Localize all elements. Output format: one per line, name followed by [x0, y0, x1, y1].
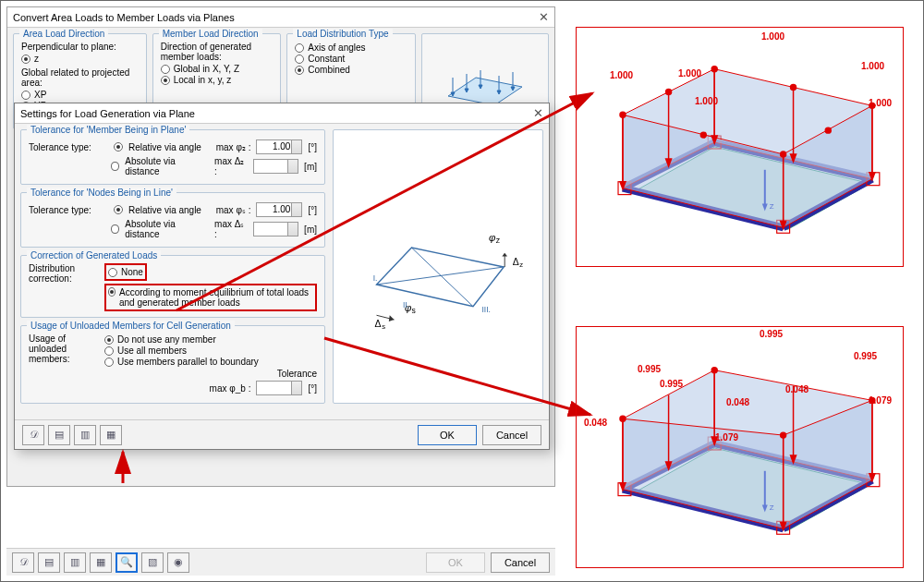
ok-button-parent[interactable]: OK [426, 552, 485, 573]
convert-footer: 𝒟 ▤ ▥ ▦ 🔍 ▧ ◉ OK Cancel [6, 548, 555, 576]
phi-b-spinner[interactable] [256, 381, 302, 395]
dist-type-title: Load Distribution Type [293, 29, 392, 39]
tool-s4[interactable]: ▦ [100, 425, 122, 445]
plane-diagram-icon: φz Δz φs Δs I. II. III. [350, 179, 526, 355]
svg-marker-0 [448, 78, 522, 105]
radio-rel-1[interactable] [114, 142, 123, 152]
radio-xp[interactable] [21, 91, 30, 100]
max-dz-label: max Δ₂ : [214, 156, 248, 176]
val-b6: 0.048 [726, 397, 749, 407]
svg-text:z: z [519, 261, 523, 269]
usage-group: Usage of Unloaded Members for Cell Gener… [20, 325, 325, 404]
radio-const[interactable] [295, 55, 304, 64]
tool-settings[interactable]: 🔍 [116, 552, 138, 573]
svg-text:II.: II. [403, 299, 409, 309]
tol-member-group: Tolerance for 'Member Being in Plane' To… [20, 129, 325, 185]
svg-point-47 [825, 127, 831, 133]
cancel-button-parent[interactable]: Cancel [491, 552, 550, 573]
tol-nodes-title: Tolerance for 'Nodes Being in Line' [27, 188, 176, 198]
settings-titlebar: Settings for Load Generation via Plane ✕ [15, 103, 549, 124]
val-b4: 0.995 [660, 379, 683, 389]
svg-text:Δ: Δ [375, 318, 382, 328]
ok-button[interactable]: OK [418, 425, 477, 445]
val-b8: 1.079 [869, 395, 892, 406]
svg-text:Δ: Δ [513, 257, 519, 267]
radio-z[interactable] [21, 55, 30, 64]
val-t3: 1.000 [610, 70, 633, 80]
tool-4[interactable]: ▦ [90, 552, 112, 573]
tool-6[interactable]: ▧ [141, 552, 164, 573]
convert-titlebar: Convert Area Loads to Member Loads via P… [7, 7, 554, 28]
tool-7[interactable]: ◉ [167, 552, 189, 573]
member-hint: Direction of generated member loads: [161, 42, 274, 62]
area-load-title: Area Load Direction [19, 29, 108, 39]
val-t6: 1.000 [678, 68, 701, 79]
dist-corr-label: Distribution correction: [29, 263, 97, 311]
val-b1: 0.995 [760, 329, 783, 339]
svg-text:s: s [412, 306, 416, 315]
result-diagram-equilibrium: z 0.995 0.995 0.995 0.995 0.048 0.048 0.… [576, 326, 904, 568]
radio-u2[interactable] [104, 346, 114, 356]
tool-1[interactable]: 𝒟 [12, 552, 34, 573]
val-b5: 0.048 [785, 384, 808, 394]
result-diagram-none: z 1.000 1.000 1.000 1.000 1.000 1.000 [576, 27, 904, 267]
settings-dialog: Settings for Load Generation via Plane ✕… [14, 103, 550, 450]
tol-member-title: Tolerance for 'Member Being in Plane' [27, 125, 189, 135]
cancel-button[interactable]: Cancel [482, 425, 541, 445]
radio-local[interactable] [161, 76, 170, 85]
max-phi-b-label: max φ_b : [210, 383, 251, 394]
dz-spinner[interactable] [253, 159, 298, 174]
svg-marker-11 [377, 248, 505, 307]
tool-3[interactable]: ▥ [64, 552, 86, 573]
val-b9: 1.079 [715, 432, 738, 443]
svg-text:I.: I. [373, 273, 378, 283]
tolerance-diagram: φz Δz φs Δs I. II. III. [333, 129, 543, 404]
usage-label: Usage of unloaded members: [29, 333, 97, 397]
val-b3: 0.995 [638, 364, 661, 374]
radio-u3[interactable] [104, 358, 114, 367]
val-t4: 1.000 [695, 96, 718, 106]
svg-text:III.: III. [482, 305, 492, 314]
according-label: According to moment equilibrium of total… [119, 287, 313, 308]
usage-title: Usage of Unloaded Members for Cell Gener… [27, 321, 235, 331]
radio-axis[interactable] [295, 43, 304, 53]
svg-point-48 [700, 132, 706, 138]
phi-z-spinner[interactable]: 1.00 [256, 139, 302, 154]
radio-global[interactable] [161, 65, 170, 74]
radio-rel-2[interactable] [114, 205, 123, 214]
perp-label: Perpendicular to plane: [21, 42, 139, 52]
correction-group: Correction of Generated Loads Distributi… [20, 255, 325, 318]
settings-title: Settings for Load Generation via Plane [20, 108, 195, 119]
max-phi-z-label: max φ₂ : [216, 142, 251, 152]
close-icon[interactable]: ✕ [533, 106, 543, 120]
radio-according[interactable] [108, 287, 116, 297]
radio-abs-1[interactable] [111, 162, 120, 171]
val-b7: 0.048 [584, 418, 607, 428]
radio-none[interactable] [108, 268, 117, 277]
val-b2: 0.995 [854, 351, 877, 361]
svg-text:s: s [382, 321, 385, 330]
none-label: None [121, 267, 143, 277]
tol-type-label: Tolerance type: [29, 142, 108, 152]
ds-spinner[interactable] [253, 222, 298, 236]
svg-text:z: z [496, 236, 500, 245]
convert-title: Convert Area Loads to Member Loads via P… [13, 12, 235, 23]
radio-u1[interactable] [104, 335, 114, 345]
help-button[interactable]: 𝒟 [22, 425, 44, 445]
tool-2[interactable]: ▤ [38, 552, 60, 573]
val-t2: 1.000 [861, 61, 884, 71]
settings-footer: 𝒟 ▤ ▥ ▦ OK Cancel [15, 419, 549, 449]
val-t5: 1.000 [869, 98, 892, 108]
radio-abs-2[interactable] [111, 224, 120, 234]
tool-s3[interactable]: ▥ [74, 425, 96, 445]
glob-label: Global related to projected area: [21, 67, 139, 88]
tol-nodes-group: Tolerance for 'Nodes Being in Line' Tole… [20, 192, 325, 248]
radio-comb[interactable] [295, 66, 304, 75]
val-t1: 1.000 [761, 31, 784, 42]
correction-title: Correction of Generated Loads [27, 250, 161, 261]
max-ds-label: max Δₛ : [214, 219, 248, 239]
tool-s2[interactable]: ▤ [48, 425, 70, 445]
phi-s-spinner[interactable]: 1.00 [256, 202, 302, 217]
close-icon[interactable]: ✕ [539, 10, 549, 24]
max-phi-s-label: max φₛ : [216, 205, 251, 215]
